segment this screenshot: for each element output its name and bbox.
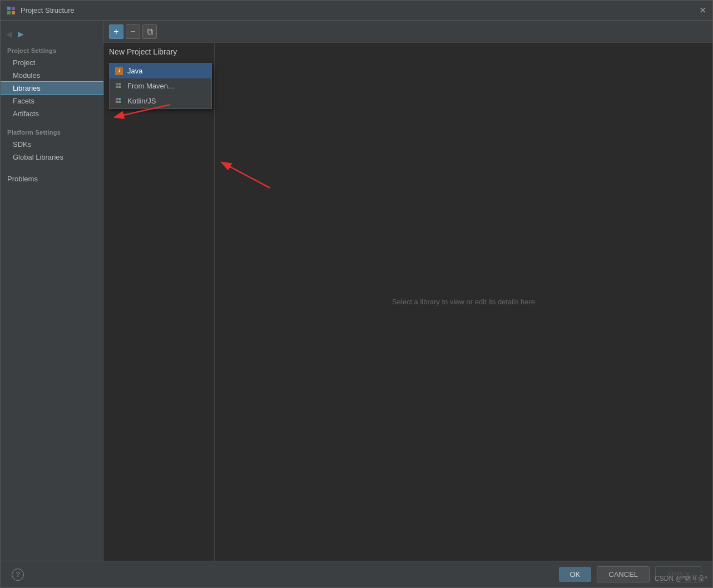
library-panel: New Project Library Nothing to show (103, 43, 215, 561)
content-area: + − ⧉ New Project Library Nothing to sho… (103, 21, 712, 561)
java-icon: J (115, 67, 123, 75)
svg-rect-6 (116, 86, 118, 88)
toolbar: + − ⧉ (103, 21, 712, 43)
sidebar-item-libraries[interactable]: Libraries (1, 82, 103, 95)
svg-rect-11 (118, 101, 121, 103)
sidebar: ◀ ▶ Project Settings Project Modules Lib… (1, 21, 103, 561)
add-button[interactable]: + (109, 24, 123, 39)
dropdown-item-java[interactable]: J Java (110, 63, 211, 78)
svg-rect-9 (118, 98, 121, 100)
platform-settings-header: Platform Settings (1, 126, 103, 138)
dropdown-popup: J Java From Maven.. (109, 63, 212, 109)
svg-rect-5 (118, 83, 121, 85)
hint-text: Select a library to view or edit its det… (392, 298, 535, 306)
back-arrow[interactable]: ◀ (5, 28, 13, 39)
app-icon (6, 6, 16, 16)
kotlin-icon (115, 97, 123, 105)
watermark: CSDN @*猪耳朵* (655, 574, 707, 584)
dropdown-item-maven-label: From Maven... (127, 82, 174, 90)
forward-arrow[interactable]: ▶ (17, 28, 25, 39)
dropdown-item-maven[interactable]: From Maven... (110, 78, 211, 93)
maven-icon (115, 82, 123, 90)
remove-button[interactable]: − (126, 24, 140, 39)
project-structure-window: Project Structure ✕ ◀ ▶ Project Settings… (0, 0, 713, 588)
svg-rect-8 (116, 98, 118, 100)
footer: ? OK CANCEL APPLY (1, 561, 712, 587)
window-title: Project Structure (21, 6, 698, 14)
dropdown-item-kotlin-label: Kotlin/JS (127, 97, 156, 105)
sidebar-item-problems[interactable]: Problems (1, 172, 103, 185)
svg-rect-2 (7, 11, 11, 14)
copy-button[interactable]: ⧉ (142, 24, 157, 39)
sidebar-item-modules[interactable]: Modules (1, 69, 103, 82)
panel-title: New Project Library (103, 47, 214, 62)
dropdown-item-kotlin[interactable]: Kotlin/JS (110, 93, 211, 108)
svg-rect-0 (7, 7, 11, 10)
sidebar-item-facets[interactable]: Facets (1, 95, 103, 107)
svg-rect-1 (12, 7, 15, 10)
main-content: ◀ ▶ Project Settings Project Modules Lib… (1, 21, 712, 561)
sidebar-item-project[interactable]: Project (1, 56, 103, 69)
project-settings-header: Project Settings (1, 44, 103, 56)
nav-arrows: ◀ ▶ (1, 26, 103, 44)
sidebar-item-sdks[interactable]: SDKs (1, 138, 103, 151)
dropdown-item-java-label: Java (127, 67, 142, 75)
svg-rect-7 (118, 86, 121, 88)
ok-button[interactable]: OK (559, 567, 592, 582)
close-button[interactable]: ✕ (698, 6, 707, 15)
svg-rect-3 (12, 11, 15, 14)
titlebar: Project Structure ✕ (1, 1, 712, 21)
cancel-button[interactable]: CANCEL (597, 566, 650, 582)
right-panel: Select a library to view or edit its det… (215, 43, 712, 561)
content-body: New Project Library Nothing to show Sele… (103, 43, 712, 561)
svg-rect-10 (116, 101, 118, 103)
help-button[interactable]: ? (12, 569, 24, 581)
sidebar-item-global-libraries[interactable]: Global Libraries (1, 151, 103, 164)
svg-rect-4 (116, 83, 118, 85)
sidebar-item-artifacts[interactable]: Artifacts (1, 107, 103, 120)
